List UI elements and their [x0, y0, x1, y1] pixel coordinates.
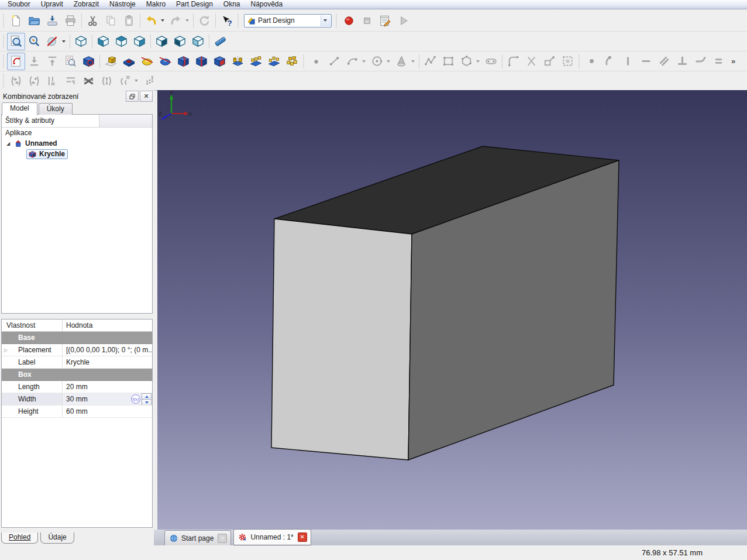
zoom-selection-button[interactable]: [25, 33, 43, 50]
whats-this-button[interactable]: ?: [218, 12, 236, 29]
menu-nástroje[interactable]: Nástroje: [104, 0, 141, 9]
expand-arrow-icon[interactable]: ▷: [2, 348, 10, 353]
tree-item-krychle[interactable]: Krychle: [2, 149, 152, 159]
view-top-button[interactable]: [112, 33, 130, 50]
c-distance-x-icon: [46, 74, 59, 88]
fillet-button[interactable]: [174, 53, 192, 70]
property-row-placement[interactable]: ▷Placement[(0,00 0,00 1,00); 0 °; (0 m..…: [2, 344, 152, 356]
macro-edit-button[interactable]: [376, 12, 394, 29]
revolution-button[interactable]: [138, 53, 156, 70]
workbench-selector[interactable]: Part Design: [244, 14, 332, 28]
groove-button[interactable]: [156, 53, 174, 70]
toolbar-grip[interactable]: [237, 14, 239, 27]
fillet-icon: [177, 54, 190, 68]
tree-selection[interactable]: Krychle: [26, 149, 68, 159]
toolbar-grip[interactable]: [335, 14, 338, 27]
property-value[interactable]: 60 mm: [66, 407, 88, 415]
measure-distance-button[interactable]: [211, 33, 229, 50]
toolbar-grip[interactable]: [2, 74, 5, 87]
pad-button[interactable]: [102, 53, 120, 70]
property-column-name: Vlastnost: [2, 319, 63, 331]
linear-pattern-button[interactable]: [247, 53, 265, 70]
toolbar-grip[interactable]: [2, 55, 5, 68]
bottom-tab-pohled[interactable]: Pohled: [1, 532, 38, 544]
open-document-button[interactable]: [25, 12, 43, 29]
tree-header[interactable]: Štítky & atributy: [2, 115, 152, 128]
undo-button[interactable]: [142, 12, 160, 29]
fit-all-button[interactable]: [7, 33, 25, 50]
menu-nápověda[interactable]: Nápověda: [246, 0, 288, 9]
toolbar-grip[interactable]: [578, 55, 580, 68]
spinner-up-icon[interactable]: [142, 394, 151, 400]
pocket-button[interactable]: [120, 53, 138, 70]
tab-model[interactable]: Model: [2, 102, 37, 115]
view-isometric-button[interactable]: [72, 33, 90, 50]
property-group-base[interactable]: Base: [2, 332, 152, 344]
menu-upravit[interactable]: Upravit: [36, 0, 68, 9]
box-model[interactable]: [157, 90, 747, 530]
close-panel-button[interactable]: ✕: [140, 91, 153, 102]
new-sketch-button[interactable]: [7, 53, 25, 70]
map-sketch-button[interactable]: [80, 53, 98, 70]
property-row-height[interactable]: Height60 mm: [2, 406, 152, 418]
tab-úkoly[interactable]: Úkoly: [39, 103, 73, 115]
combo-dropdown-arrow[interactable]: [321, 15, 331, 26]
draft-button[interactable]: [211, 53, 229, 70]
property-row-length[interactable]: Length20 mm: [2, 381, 152, 393]
menu-makro[interactable]: Makro: [141, 0, 171, 9]
value-spinner[interactable]: [142, 393, 152, 405]
view-front-button[interactable]: [94, 33, 112, 50]
property-value[interactable]: 20 mm: [66, 383, 88, 391]
float-panel-button[interactable]: [126, 91, 139, 102]
cut-button[interactable]: [84, 12, 102, 29]
menu-zobrazit[interactable]: Zobrazit: [68, 0, 104, 9]
bottom-tab-daje[interactable]: Údaje: [40, 532, 74, 544]
macro-play-button: [394, 12, 412, 29]
toolbar-grip[interactable]: [2, 35, 5, 48]
polar-pattern-button[interactable]: [265, 53, 283, 70]
3d-viewport[interactable]: X Y Z: [157, 90, 747, 530]
document-tab-unnamed-1-[interactable]: Unnamed : 1*✕: [233, 529, 311, 545]
box-face-left[interactable]: [271, 219, 412, 460]
toolbar-grip[interactable]: [302, 55, 305, 68]
property-header-row: Vlastnost Hodnota: [2, 319, 152, 332]
multitransform-button[interactable]: [283, 53, 301, 70]
document-tab-start-page[interactable]: Start page✕: [164, 530, 231, 545]
x-axis-arrow: [184, 112, 188, 116]
menu-soubor[interactable]: Soubor: [2, 0, 36, 9]
draw-style-button-dropdown-arrow[interactable]: [62, 40, 66, 43]
undo-button-dropdown-arrow[interactable]: [161, 19, 164, 22]
view-rear-button[interactable]: [153, 33, 171, 50]
toolbar-overflow-button[interactable]: »: [731, 57, 735, 66]
mirrored-button[interactable]: [229, 53, 247, 70]
document-tab-label: Start page: [181, 534, 214, 542]
property-value[interactable]: [(0,00 0,00 1,00); 0 °; (0 m...: [66, 346, 152, 354]
macro-record-button[interactable]: [340, 12, 358, 29]
property-group-box[interactable]: Box: [2, 369, 152, 381]
property-row-width[interactable]: Width30 mmf(x): [2, 393, 152, 406]
expression-fx-icon[interactable]: f(x): [131, 394, 140, 404]
draw-style-button[interactable]: [43, 33, 61, 50]
menu-okna[interactable]: Okna: [218, 0, 246, 9]
cube-top-icon: [115, 35, 128, 48]
tree-expander-icon[interactable]: ◢: [6, 141, 12, 146]
property-value[interactable]: 30 mm: [66, 395, 88, 403]
view-right-button[interactable]: [130, 33, 149, 50]
view-bottom-button[interactable]: [171, 33, 189, 50]
spinner-down-icon[interactable]: [142, 400, 151, 405]
toolbar-grip[interactable]: [2, 14, 5, 27]
new-document-button[interactable]: [7, 12, 25, 29]
c-distance-y-icon: [64, 74, 77, 88]
menu-part-design[interactable]: Part Design: [171, 0, 218, 9]
chamfer-button[interactable]: [192, 53, 211, 70]
view-left-button[interactable]: [189, 33, 207, 50]
property-row-label[interactable]: LabelKrychle: [2, 356, 152, 369]
print-button[interactable]: [61, 12, 80, 29]
save-document-button[interactable]: [43, 12, 61, 29]
tab-close-icon[interactable]: ✕: [218, 534, 227, 543]
tree-item-document[interactable]: ◢Unnamed: [2, 138, 152, 149]
tab-close-icon[interactable]: ✕: [298, 532, 307, 542]
tree-root-application[interactable]: Aplikace: [2, 128, 152, 138]
toolbar-separator: [150, 35, 151, 49]
property-value[interactable]: Krychle: [66, 358, 89, 366]
